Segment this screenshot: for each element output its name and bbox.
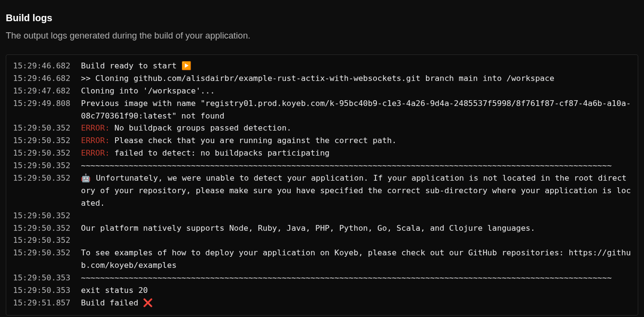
log-timestamp: 15:29:50.353	[13, 272, 70, 284]
log-timestamp: 15:29:51.857	[13, 297, 70, 309]
log-timestamp: 15:29:46.682	[13, 72, 70, 85]
log-message: Previous image with name "registry01.pro…	[81, 97, 631, 122]
log-row: 15:29:50.352~~~~~~~~~~~~~~~~~~~~~~~~~~~~…	[13, 159, 631, 172]
log-timestamp: 15:29:50.352	[13, 134, 70, 147]
log-row: 15:29:50.352ERROR: Please check that you…	[13, 134, 631, 147]
log-message: ~~~~~~~~~~~~~~~~~~~~~~~~~~~~~~~~~~~~~~~~…	[81, 159, 631, 172]
build-log-panel[interactable]: 15:29:46.682Build ready to start ▶️15:29…	[6, 54, 638, 316]
cross-icon: ❌	[143, 298, 153, 307]
log-row: 15:29:50.352ERROR: No buildpack groups p…	[13, 122, 631, 134]
log-message: ERROR: No buildpack groups passed detect…	[81, 122, 631, 134]
log-text: Build failed	[81, 298, 143, 307]
log-timestamp: 15:29:50.352	[13, 234, 70, 247]
log-timestamp: 15:29:50.352	[13, 159, 70, 172]
log-text: failed to detect: no buildpacks particip…	[110, 148, 330, 158]
log-timestamp: 15:29:50.352	[13, 222, 70, 235]
log-message	[81, 210, 631, 222]
log-message: Build failed ❌	[81, 297, 631, 309]
log-row: 15:29:49.808Previous image with name "re…	[13, 97, 631, 122]
log-message: >> Cloning github.com/alisdairbr/example…	[81, 72, 631, 85]
log-row: 15:29:50.353exit status 20	[13, 284, 631, 297]
log-message: ERROR: failed to detect: no buildpacks p…	[81, 147, 631, 159]
log-row: 15:29:50.352	[13, 210, 631, 222]
log-timestamp: 15:29:50.352	[13, 172, 70, 210]
log-row: 15:29:46.682>> Cloning github.com/alisda…	[13, 72, 631, 85]
error-prefix: ERROR:	[81, 136, 110, 145]
log-message: To see examples of how to deploy your ap…	[81, 247, 631, 272]
log-row: 15:29:50.353~~~~~~~~~~~~~~~~~~~~~~~~~~~~…	[13, 272, 631, 284]
log-message: Cloning into '/workspace'...	[81, 85, 631, 97]
log-timestamp: 15:29:50.352	[13, 122, 70, 134]
log-timestamp: 15:29:47.682	[13, 85, 70, 97]
log-timestamp: 15:29:50.352	[13, 147, 70, 159]
log-message: Our platform natively supports Node, Rub…	[81, 222, 631, 235]
log-message: Build ready to start ▶️	[81, 60, 631, 72]
log-row: 15:29:46.682Build ready to start ▶️	[13, 60, 631, 72]
log-message: exit status 20	[81, 284, 631, 297]
log-timestamp: 15:29:50.352	[13, 247, 70, 272]
log-row: 15:29:50.352	[13, 234, 631, 247]
error-prefix: ERROR:	[81, 123, 110, 132]
log-text: Please check that you are running agains…	[110, 136, 397, 145]
log-row: 15:29:51.857Build failed ❌	[13, 297, 631, 309]
log-row: 15:29:50.352ERROR: failed to detect: no …	[13, 147, 631, 159]
log-row: 15:29:50.352🤖 Unfortunately, we were una…	[13, 172, 631, 210]
log-text: No buildpack groups passed detection.	[110, 123, 292, 132]
log-message: 🤖 Unfortunately, we were unable to detec…	[81, 172, 631, 210]
log-row: 15:29:47.682Cloning into '/workspace'...	[13, 85, 631, 97]
log-row: 15:29:50.352To see examples of how to de…	[13, 247, 631, 272]
page-title: Build logs	[6, 13, 638, 24]
log-timestamp: 15:29:50.352	[13, 210, 70, 222]
log-message	[81, 234, 631, 247]
log-timestamp: 15:29:50.353	[13, 284, 70, 297]
page-subtitle: The output logs generated during the bui…	[6, 30, 638, 41]
log-message: ERROR: Please check that you are running…	[81, 134, 631, 147]
log-message: ~~~~~~~~~~~~~~~~~~~~~~~~~~~~~~~~~~~~~~~~…	[81, 272, 631, 284]
log-row: 15:29:50.352Our platform natively suppor…	[13, 222, 631, 235]
log-timestamp: 15:29:46.682	[13, 60, 70, 72]
error-prefix: ERROR:	[81, 148, 110, 158]
log-timestamp: 15:29:49.808	[13, 97, 70, 122]
